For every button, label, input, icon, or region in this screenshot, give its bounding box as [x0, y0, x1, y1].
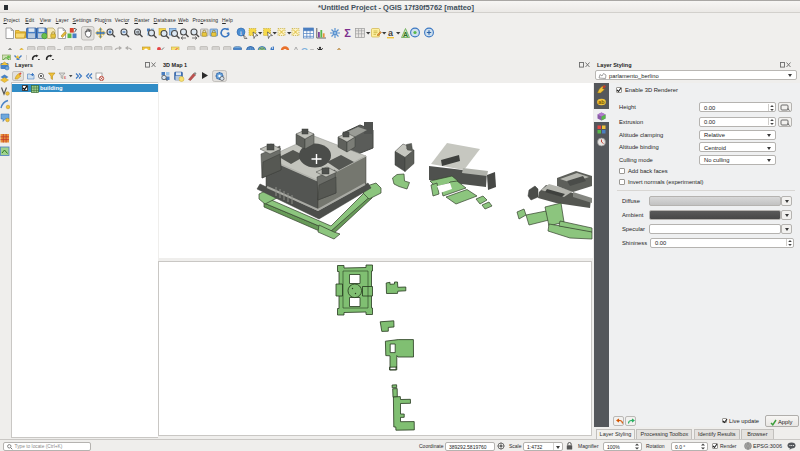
svg-text:Σ: Σ	[344, 27, 351, 39]
svg-text:ε: ε	[64, 74, 67, 80]
svg-text:a: a	[388, 28, 394, 38]
svg-text:i: i	[240, 29, 242, 36]
svg-text:A: A	[403, 31, 408, 38]
svg-text:ab: ab	[598, 99, 605, 105]
